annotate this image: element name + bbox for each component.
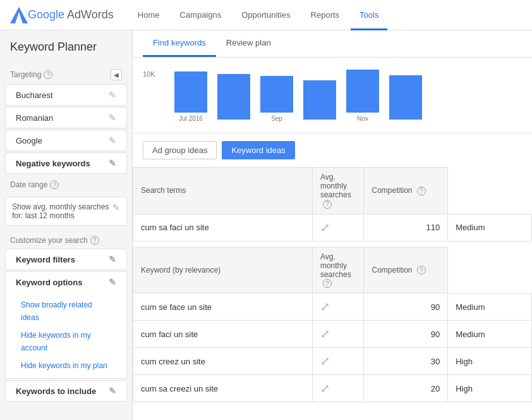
sidebar-collapse-btn[interactable]: ◀	[111, 69, 122, 80]
logo-adwords: AdWords	[64, 8, 114, 21]
competition-val-0: Medium	[448, 214, 532, 241]
search-term-text-0: cum sa faci un site	[133, 214, 313, 241]
targeting-google[interactable]: Google ✎	[5, 130, 127, 151]
trend-icon-kw-2: ⤢	[312, 348, 364, 375]
chart-bar-1	[217, 74, 250, 120]
top-nav: Google AdWords Home Campaigns Opportunit…	[0, 0, 532, 30]
kw-competition-2: High	[448, 348, 532, 375]
customize-help-icon[interactable]: ?	[90, 236, 99, 245]
tab-ad-group-ideas[interactable]: Ad group ideas	[143, 141, 217, 159]
kw-searches-2: 30	[364, 348, 448, 375]
search-term-row-0: cum sa faci un site ⤢ 110 Medium	[133, 214, 532, 241]
keyword-text-2: cum creez un site	[133, 348, 313, 375]
trend-icon-kw-3: ⤢	[312, 375, 364, 402]
keyword-text-0: cum se face un site	[133, 293, 313, 321]
edit-bucharest-icon[interactable]: ✎	[109, 90, 116, 100]
competition-help-1[interactable]: ?	[417, 187, 426, 195]
col-avg-searches-2: Avg. monthly searches ?	[312, 247, 364, 293]
competition-help-2[interactable]: ?	[417, 266, 426, 275]
keyword-row-1: cum faci un site ⤢ 90 Medium	[133, 321, 532, 348]
chart-bar-group-3	[303, 80, 336, 122]
date-range-box[interactable]: Show avg. monthly searches for: last 12 …	[5, 197, 127, 226]
nav-reports[interactable]: Reports	[302, 0, 349, 30]
edit-kw-options-icon[interactable]: ✎	[109, 277, 116, 287]
kw-searches-3: 20	[364, 375, 448, 402]
keyword-row-3: cum sa creezi un site ⤢ 20 High	[133, 375, 532, 402]
chart-label-4: Nov	[357, 115, 368, 122]
date-range-help-icon[interactable]: ?	[50, 180, 59, 189]
col-avg-searches-1: Avg. monthly searches ?	[312, 168, 364, 214]
targeting-romanian[interactable]: Romanian ✎	[5, 107, 127, 128]
sidebar: Keyword Planner Targeting ? ◀ Bucharest …	[0, 30, 133, 420]
keyword-ideas-section: Keyword (by relevance) Avg. monthly sear…	[133, 247, 532, 403]
avg-searches-help-2[interactable]: ?	[323, 279, 332, 288]
logo-google: Google	[28, 8, 64, 21]
col-search-terms: Search terms	[133, 168, 313, 214]
col-keyword-relevance: Keyword (by relevance)	[133, 247, 313, 293]
avg-searches-help-1[interactable]: ?	[323, 200, 332, 209]
logo: Google AdWords	[10, 7, 114, 23]
chart-bar-5	[389, 75, 422, 120]
nav-tools[interactable]: Tools	[351, 0, 387, 30]
search-terms-table: Search terms Avg. monthly searches ? Com…	[133, 167, 532, 242]
negative-keywords[interactable]: Negative keywords ✎	[5, 152, 127, 174]
chart-bars: Jul 2016 Sep Nov	[174, 71, 522, 122]
keyword-filters[interactable]: Keyword filters ✎	[5, 249, 127, 270]
chart-bar-group-0: Jul 2016	[174, 71, 207, 122]
chart-bar-0	[174, 71, 207, 113]
keyword-tabs: Ad group ideas Keyword ideas	[133, 133, 532, 167]
edit-date-icon[interactable]: ✎	[112, 202, 120, 213]
chart-label-0: Jul 2016	[179, 115, 203, 122]
kw-searches-1: 90	[364, 321, 448, 348]
tab-keyword-ideas[interactable]: Keyword ideas	[222, 141, 294, 159]
edit-kw-include-icon[interactable]: ✎	[109, 386, 116, 396]
nav-home[interactable]: Home	[129, 0, 169, 30]
chart-bar-group-1	[217, 74, 250, 122]
sidebar-title: Keyword Planner	[0, 40, 132, 64]
kw-option-plan[interactable]: Hide keywords in my plan	[11, 357, 121, 374]
keywords-to-include[interactable]: Keywords to include ✎	[5, 380, 127, 402]
targeting-section-label: Targeting ? ◀	[0, 64, 132, 83]
kw-competition-3: High	[448, 375, 532, 402]
chart-label-2: Sep	[271, 115, 282, 122]
kw-option-broadly[interactable]: Show broadly related ideas	[11, 296, 121, 326]
tab-review-plan[interactable]: Review plan	[216, 30, 281, 57]
trend-icon-kw-0: ⤢	[312, 293, 364, 321]
targeting-bucharest[interactable]: Bucharest ✎	[5, 84, 127, 106]
kw-option-account[interactable]: Hide keywords in my account	[11, 326, 121, 357]
edit-romanian-icon[interactable]: ✎	[109, 113, 116, 123]
chart-bar-2	[260, 76, 293, 113]
nav-items: Home Campaigns Opportunities Reports Too…	[129, 0, 388, 30]
keyword-options[interactable]: Keyword options ✎	[5, 271, 127, 292]
keyword-row-0: cum se face un site ⤢ 90 Medium	[133, 293, 532, 321]
targeting-help-icon[interactable]: ?	[44, 70, 52, 79]
nav-opportunities[interactable]: Opportunities	[233, 0, 299, 30]
chart-area: 10K Jul 2016 Sep	[133, 58, 532, 133]
chart-bar-group-5	[389, 75, 422, 122]
edit-google-icon[interactable]: ✎	[109, 135, 116, 145]
sub-tabs: Find keywords Review plan	[133, 30, 532, 58]
keyword-ideas-table: Keyword (by relevance) Avg. monthly sear…	[133, 247, 532, 403]
logo-text: Google AdWords	[28, 8, 114, 22]
main-layout: Keyword Planner Targeting ? ◀ Bucharest …	[0, 30, 532, 420]
chart-bar-group-4: Nov	[346, 70, 379, 122]
date-range-label: Date range ?	[0, 175, 132, 192]
chart-y-label: 10K	[143, 70, 155, 78]
trend-icon-0: ⤢	[312, 214, 364, 241]
keyword-text-3: cum sa creezi un site	[133, 375, 313, 402]
edit-kw-filters-icon[interactable]: ✎	[109, 254, 116, 264]
trend-icon-kw-1: ⤢	[312, 321, 364, 348]
col-competition-2: Competition ?	[364, 247, 448, 293]
logo-icon	[10, 7, 28, 23]
col-competition-1: Competition ?	[364, 168, 448, 214]
avg-searches-val-0: 110	[364, 214, 448, 241]
kw-searches-0: 90	[364, 293, 448, 321]
kw-competition-1: Medium	[448, 321, 532, 348]
kw-competition-0: Medium	[448, 293, 532, 321]
nav-campaigns[interactable]: Campaigns	[171, 0, 230, 30]
tab-find-keywords[interactable]: Find keywords	[143, 30, 216, 57]
edit-negative-icon[interactable]: ✎	[109, 158, 116, 168]
customize-label: Customize your search ?	[0, 231, 132, 247]
chart-bar-3	[303, 80, 336, 120]
chart-bar-group-2: Sep	[260, 76, 293, 122]
